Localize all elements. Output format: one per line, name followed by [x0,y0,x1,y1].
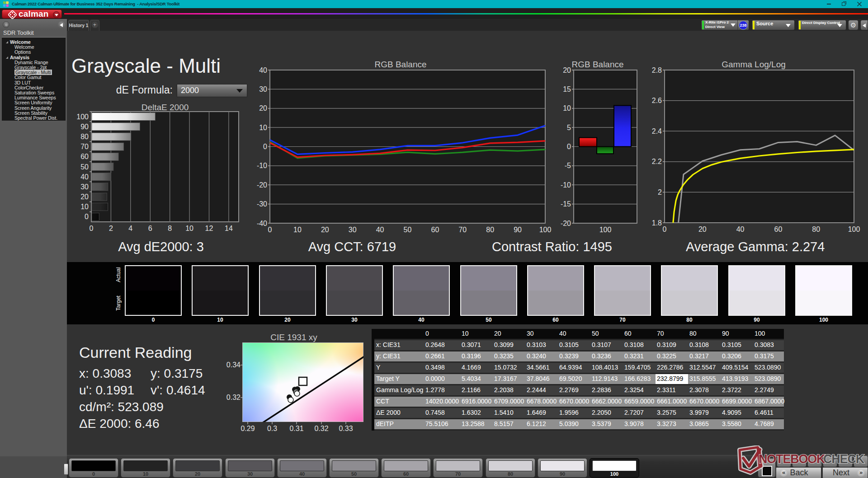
svg-text:CHECK: CHECK [823,452,865,466]
svg-text:0: 0 [567,143,571,150]
svg-text:0: 0 [263,143,267,150]
svg-text:2.6: 2.6 [652,97,662,104]
svg-text:100: 100 [848,225,860,233]
svg-text:6: 6 [148,225,152,232]
svg-text:100: 100 [599,226,612,234]
svg-text:2.2: 2.2 [652,158,662,165]
svg-text:80: 80 [486,226,494,234]
svg-text:DeltaE 2000: DeltaE 2000 [142,103,189,112]
svg-text:40: 40 [259,66,267,74]
svg-text:0: 0 [85,213,89,220]
svg-text:12: 12 [205,225,213,232]
svg-text:1.8: 1.8 [652,219,662,227]
svg-text:RGB Balance: RGB Balance [374,60,426,69]
svg-text:90: 90 [514,226,522,234]
svg-text:50: 50 [404,226,412,234]
svg-text:40: 40 [376,226,384,234]
svg-text:20: 20 [698,225,707,233]
svg-text:2.8: 2.8 [652,66,662,74]
svg-text:-20: -20 [561,220,571,227]
svg-text:Gamma Log/Log: Gamma Log/Log [722,60,786,69]
svg-text:0.33: 0.33 [339,425,353,432]
svg-text:30: 30 [349,226,357,234]
svg-text:70: 70 [80,143,89,150]
svg-text:20: 20 [80,193,89,201]
svg-text:0.31: 0.31 [289,425,303,432]
svg-text:20: 20 [563,66,571,74]
svg-text:80: 80 [812,225,820,233]
svg-text:10: 10 [185,225,193,232]
svg-text:80: 80 [80,133,89,141]
svg-text:50: 50 [80,163,89,171]
svg-text:100: 100 [76,113,89,121]
svg-text:-40: -40 [257,220,267,227]
svg-text:15: 15 [563,85,571,93]
svg-text:0.32: 0.32 [314,425,328,432]
svg-text:2: 2 [109,225,113,232]
svg-text:90: 90 [80,123,89,131]
svg-text:2.4: 2.4 [652,127,662,135]
svg-text:0: 0 [268,226,272,234]
svg-text:60: 60 [431,226,439,234]
svg-text:-5: -5 [565,162,571,169]
svg-text:5: 5 [567,124,571,131]
svg-text:0.32: 0.32 [226,394,241,401]
svg-text:4: 4 [128,225,132,232]
svg-text:2: 2 [658,188,662,196]
svg-text:10: 10 [563,104,571,112]
svg-text:30: 30 [259,85,267,93]
svg-text:-30: -30 [257,200,267,208]
svg-text:0: 0 [663,225,667,233]
svg-text:0.34: 0.34 [226,361,241,369]
svg-text:60: 60 [80,153,89,160]
svg-text:RGB Balance: RGB Balance [571,60,623,69]
svg-text:10: 10 [80,203,89,211]
svg-text:40: 40 [736,225,745,233]
svg-text:NOTEBOOK: NOTEBOOK [759,452,826,466]
svg-text:20: 20 [259,104,267,112]
svg-text:10: 10 [259,124,267,131]
svg-text:8: 8 [168,225,172,232]
svg-text:-20: -20 [257,181,267,189]
svg-text:40: 40 [80,173,89,181]
svg-text:20: 20 [321,226,329,234]
svg-text:10: 10 [293,226,302,234]
svg-text:30: 30 [80,183,89,191]
svg-text:60: 60 [774,225,783,233]
svg-text:-15: -15 [561,200,571,208]
svg-text:100: 100 [539,226,552,234]
svg-text:-10: -10 [561,181,571,189]
svg-text:0.29: 0.29 [241,425,255,432]
svg-text:14: 14 [225,225,233,232]
svg-text:-10: -10 [257,162,267,169]
svg-text:0: 0 [90,225,94,232]
svg-text:0.3: 0.3 [267,425,277,432]
svg-text:70: 70 [458,226,467,234]
